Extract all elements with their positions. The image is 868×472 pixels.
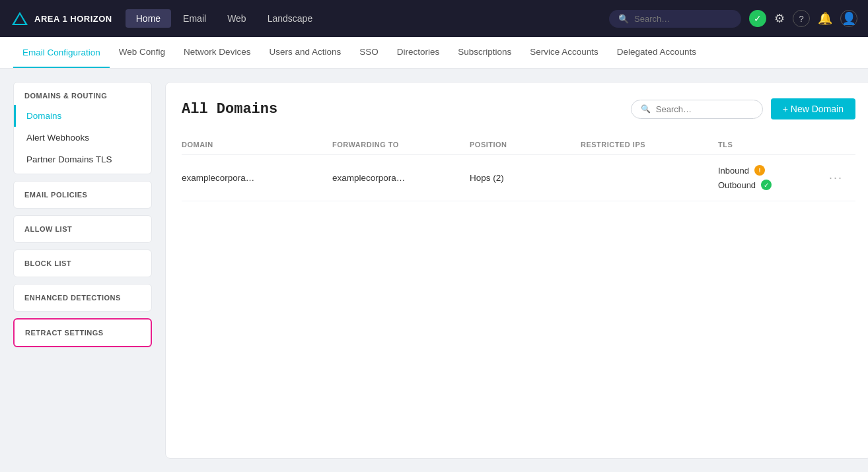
content-area: All Domains 🔍 + New Domain DOMAIN FORWAR…: [165, 82, 868, 459]
logo-icon: [11, 9, 29, 28]
page-title: All Domains: [182, 101, 277, 118]
content-header-right: 🔍 + New Domain: [631, 98, 855, 119]
tls-outbound-row: Outbound ✓: [718, 180, 824, 190]
sidebar-item-partner-domains-tls[interactable]: Partner Domains TLS: [14, 149, 151, 174]
tls-inbound-label: Inbound: [718, 166, 749, 176]
col-header-tls: TLS: [718, 141, 824, 149]
subnav-email-config[interactable]: Email Configuration: [13, 38, 110, 68]
sidebar-enhanced-detections[interactable]: ENHANCED DETECTIONS: [13, 284, 152, 312]
top-nav: AREA 1 HORIZON Home Email Web Landscape …: [0, 0, 868, 37]
sidebar-retract-settings[interactable]: RETRACT SETTINGS: [13, 318, 152, 347]
cell-forwarding: examplecorpora…: [332, 173, 464, 183]
tls-outbound-ok-icon: ✓: [761, 180, 772, 190]
help-icon[interactable]: ?: [793, 10, 810, 27]
subnav-users-actions[interactable]: Users and Actions: [260, 38, 350, 67]
tls-inbound-row: Inbound !: [718, 165, 824, 176]
sidebar-allow-list[interactable]: ALLOW LIST: [13, 215, 152, 243]
user-icon[interactable]: 👤: [840, 10, 857, 27]
search-input[interactable]: [634, 14, 732, 24]
subnav-directories[interactable]: Directories: [388, 38, 449, 67]
sidebar-section-title-domains: DOMAINS & ROUTING: [14, 83, 151, 105]
subnav-network-devices[interactable]: Network Devices: [174, 38, 260, 67]
col-header-forwarding: FORWARDING TO: [332, 141, 464, 149]
nav-landscape[interactable]: Landscape: [258, 9, 322, 28]
logo-area: AREA 1 HORIZON: [11, 9, 112, 28]
sidebar: DOMAINS & ROUTING Domains Alert Webhooks…: [13, 82, 152, 459]
domain-search-icon: 🔍: [641, 104, 651, 114]
bell-icon[interactable]: 🔔: [818, 11, 832, 26]
cell-domain: examplecorpora…: [182, 173, 327, 183]
tls-outbound-label: Outbound: [718, 180, 756, 190]
sidebar-item-alert-webhooks[interactable]: Alert Webhooks: [14, 127, 151, 149]
table-header-row: DOMAIN FORWARDING TO POSITION RESTRICTED…: [182, 135, 855, 154]
subnav-web-config[interactable]: Web Config: [110, 38, 174, 67]
subnav-subscriptions[interactable]: Subscriptions: [449, 38, 521, 67]
app-name: AREA 1 HORIZON: [34, 14, 112, 24]
col-header-position: POSITION: [470, 141, 575, 149]
domains-table: DOMAIN FORWARDING TO POSITION RESTRICTED…: [182, 135, 855, 201]
content-header: All Domains 🔍 + New Domain: [182, 98, 855, 119]
search-icon: 🔍: [618, 14, 629, 24]
sidebar-domains-routing: DOMAINS & ROUTING Domains Alert Webhooks…: [13, 82, 152, 174]
cell-tls: Inbound ! Outbound ✓: [718, 165, 824, 190]
col-header-restricted-ips: RESTRICTED IPS: [581, 141, 713, 149]
nav-home[interactable]: Home: [126, 9, 171, 28]
domain-search[interactable]: 🔍: [631, 100, 763, 119]
main-layout: DOMAINS & ROUTING Domains Alert Webhooks…: [0, 69, 868, 472]
sidebar-email-policies[interactable]: EMAIL POLICIES: [13, 181, 152, 209]
new-domain-button[interactable]: + New Domain: [771, 98, 855, 119]
top-nav-right: 🔍 ✓ ⚙ ? 🔔 👤: [609, 10, 857, 28]
col-header-domain: DOMAIN: [182, 141, 327, 149]
table-row: examplecorpora… examplecorpora… Hops (2)…: [182, 154, 855, 201]
sub-nav: Email Configuration Web Config Network D…: [0, 37, 868, 69]
tls-inbound-warning-icon: !: [754, 165, 765, 176]
subnav-service-accounts[interactable]: Service Accounts: [521, 38, 608, 67]
nav-email[interactable]: Email: [174, 9, 215, 28]
subnav-delegated-accounts[interactable]: Delegated Accounts: [608, 38, 705, 67]
row-more-button[interactable]: ···: [829, 171, 855, 185]
sidebar-block-list[interactable]: BLOCK LIST: [13, 250, 152, 277]
nav-web[interactable]: Web: [218, 9, 256, 28]
shield-status-icon: ✓: [749, 10, 766, 27]
subnav-sso[interactable]: SSO: [350, 38, 388, 67]
sidebar-item-domains[interactable]: Domains: [14, 105, 151, 127]
domain-search-input[interactable]: [656, 104, 753, 114]
cell-position: Hops (2): [470, 173, 575, 183]
col-header-actions: [829, 141, 855, 149]
gear-icon[interactable]: ⚙: [774, 11, 785, 26]
top-nav-links: Home Email Web Landscape: [126, 9, 596, 28]
top-search[interactable]: 🔍: [609, 10, 741, 28]
